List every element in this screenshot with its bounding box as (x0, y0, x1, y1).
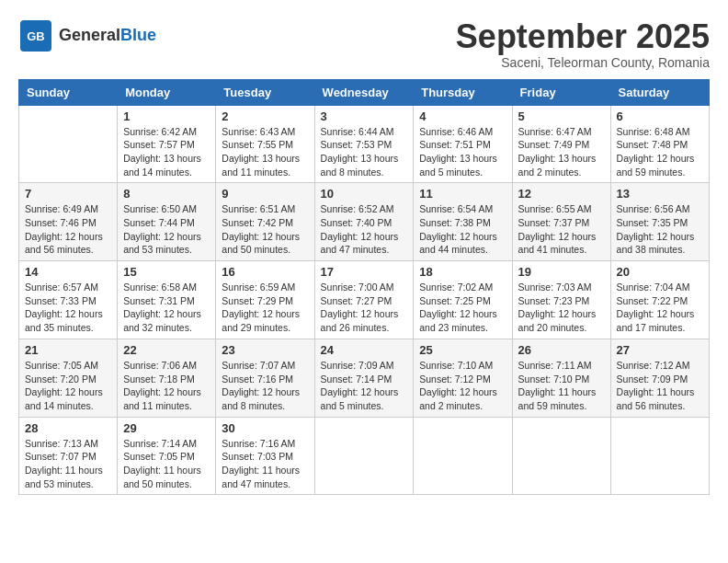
day-cell: 10Sunrise: 6:52 AMSunset: 7:40 PMDayligh… (314, 183, 414, 261)
day-cell: 6Sunrise: 6:48 AMSunset: 7:48 PMDaylight… (610, 105, 709, 183)
month-title: September 2025 (456, 18, 710, 55)
day-number: 3 (321, 109, 408, 123)
day-info: Sunrise: 6:52 AMSunset: 7:40 PMDaylight:… (321, 202, 408, 257)
day-info: Sunrise: 6:46 AMSunset: 7:51 PMDaylight:… (419, 125, 506, 179)
day-cell: 8Sunrise: 6:50 AMSunset: 7:44 PMDaylight… (118, 183, 216, 261)
day-info: Sunrise: 6:55 AMSunset: 7:37 PMDaylight:… (518, 202, 605, 257)
week-row-1: 1Sunrise: 6:42 AMSunset: 7:57 PMDaylight… (19, 105, 710, 183)
day-cell: 22Sunrise: 7:06 AMSunset: 7:18 PMDayligh… (118, 339, 216, 417)
col-monday: Monday (118, 79, 216, 105)
day-info: Sunrise: 6:59 AMSunset: 7:29 PMDaylight:… (222, 281, 308, 335)
col-saturday: Saturday (610, 79, 709, 105)
day-info: Sunrise: 7:12 AMSunset: 7:09 PMDaylight:… (617, 359, 703, 413)
day-cell: 2Sunrise: 6:43 AMSunset: 7:55 PMDaylight… (216, 105, 314, 183)
day-cell: 16Sunrise: 6:59 AMSunset: 7:29 PMDayligh… (216, 261, 314, 339)
day-number: 10 (321, 187, 408, 201)
day-cell: 12Sunrise: 6:55 AMSunset: 7:37 PMDayligh… (512, 183, 610, 261)
day-info: Sunrise: 6:49 AMSunset: 7:46 PMDaylight:… (25, 202, 111, 257)
day-info: Sunrise: 7:03 AMSunset: 7:23 PMDaylight:… (518, 281, 605, 335)
day-cell: 9Sunrise: 6:51 AMSunset: 7:42 PMDaylight… (216, 183, 314, 261)
day-number: 1 (123, 109, 210, 123)
day-info: Sunrise: 7:06 AMSunset: 7:18 PMDaylight:… (123, 359, 210, 413)
day-info: Sunrise: 7:13 AMSunset: 7:07 PMDaylight:… (25, 437, 111, 491)
day-cell: 13Sunrise: 6:56 AMSunset: 7:35 PMDayligh… (610, 183, 709, 261)
day-info: Sunrise: 6:54 AMSunset: 7:38 PMDaylight:… (419, 202, 506, 257)
day-info: Sunrise: 7:16 AMSunset: 7:03 PMDaylight:… (222, 437, 308, 491)
day-cell: 30Sunrise: 7:16 AMSunset: 7:03 PMDayligh… (216, 417, 314, 495)
logo: GB GeneralBlue (18, 18, 156, 53)
day-number: 2 (222, 109, 308, 123)
week-row-4: 21Sunrise: 7:05 AMSunset: 7:20 PMDayligh… (19, 339, 710, 417)
day-number: 13 (617, 187, 703, 201)
day-number: 28 (25, 421, 111, 435)
day-info: Sunrise: 6:47 AMSunset: 7:49 PMDaylight:… (518, 125, 605, 179)
day-info: Sunrise: 6:57 AMSunset: 7:33 PMDaylight:… (25, 281, 111, 335)
day-number: 21 (25, 343, 111, 357)
day-cell: 27Sunrise: 7:12 AMSunset: 7:09 PMDayligh… (610, 339, 709, 417)
day-number: 6 (617, 109, 703, 123)
week-row-3: 14Sunrise: 6:57 AMSunset: 7:33 PMDayligh… (19, 261, 710, 339)
day-number: 16 (222, 265, 308, 279)
day-cell: 18Sunrise: 7:02 AMSunset: 7:25 PMDayligh… (414, 261, 512, 339)
col-thursday: Thursday (414, 79, 512, 105)
day-number: 20 (617, 265, 703, 279)
day-cell: 7Sunrise: 6:49 AMSunset: 7:46 PMDaylight… (19, 183, 118, 261)
day-info: Sunrise: 7:09 AMSunset: 7:14 PMDaylight:… (321, 359, 408, 413)
day-info: Sunrise: 7:02 AMSunset: 7:25 PMDaylight:… (419, 281, 506, 335)
day-info: Sunrise: 6:43 AMSunset: 7:55 PMDaylight:… (222, 125, 308, 179)
day-number: 14 (25, 265, 111, 279)
day-number: 17 (321, 265, 408, 279)
day-number: 25 (419, 343, 506, 357)
day-number: 24 (321, 343, 408, 357)
day-info: Sunrise: 7:04 AMSunset: 7:22 PMDaylight:… (617, 281, 703, 335)
day-info: Sunrise: 6:48 AMSunset: 7:48 PMDaylight:… (617, 125, 703, 179)
day-number: 15 (123, 265, 210, 279)
day-cell: 26Sunrise: 7:11 AMSunset: 7:10 PMDayligh… (512, 339, 610, 417)
day-cell (512, 417, 610, 495)
day-number: 8 (123, 187, 210, 201)
day-cell: 15Sunrise: 6:58 AMSunset: 7:31 PMDayligh… (118, 261, 216, 339)
day-cell: 20Sunrise: 7:04 AMSunset: 7:22 PMDayligh… (610, 261, 709, 339)
day-cell (314, 417, 414, 495)
day-cell: 25Sunrise: 7:10 AMSunset: 7:12 PMDayligh… (414, 339, 512, 417)
col-sunday: Sunday (19, 79, 118, 105)
page-header: GB GeneralBlue September 2025 Saceni, Te… (18, 18, 710, 70)
week-row-2: 7Sunrise: 6:49 AMSunset: 7:46 PMDaylight… (19, 183, 710, 261)
day-cell: 14Sunrise: 6:57 AMSunset: 7:33 PMDayligh… (19, 261, 118, 339)
day-number: 29 (123, 421, 210, 435)
day-number: 27 (617, 343, 703, 357)
day-cell: 29Sunrise: 7:14 AMSunset: 7:05 PMDayligh… (118, 417, 216, 495)
day-info: Sunrise: 6:58 AMSunset: 7:31 PMDaylight:… (123, 281, 210, 335)
day-cell: 3Sunrise: 6:44 AMSunset: 7:53 PMDaylight… (314, 105, 414, 183)
header-row: Sunday Monday Tuesday Wednesday Thursday… (19, 79, 710, 105)
day-number: 22 (123, 343, 210, 357)
day-cell (610, 417, 709, 495)
col-wednesday: Wednesday (314, 79, 414, 105)
day-cell: 1Sunrise: 6:42 AMSunset: 7:57 PMDaylight… (118, 105, 216, 183)
day-info: Sunrise: 6:56 AMSunset: 7:35 PMDaylight:… (617, 202, 703, 257)
day-info: Sunrise: 6:51 AMSunset: 7:42 PMDaylight:… (222, 202, 308, 257)
day-number: 9 (222, 187, 308, 201)
day-number: 5 (518, 109, 605, 123)
day-info: Sunrise: 7:11 AMSunset: 7:10 PMDaylight:… (518, 359, 605, 413)
day-cell: 5Sunrise: 6:47 AMSunset: 7:49 PMDaylight… (512, 105, 610, 183)
day-number: 30 (222, 421, 308, 435)
day-cell: 19Sunrise: 7:03 AMSunset: 7:23 PMDayligh… (512, 261, 610, 339)
day-cell: 23Sunrise: 7:07 AMSunset: 7:16 PMDayligh… (216, 339, 314, 417)
day-cell: 21Sunrise: 7:05 AMSunset: 7:20 PMDayligh… (19, 339, 118, 417)
day-number: 19 (518, 265, 605, 279)
logo-general: General (59, 26, 120, 44)
day-number: 12 (518, 187, 605, 201)
day-number: 23 (222, 343, 308, 357)
day-cell: 28Sunrise: 7:13 AMSunset: 7:07 PMDayligh… (19, 417, 118, 495)
day-number: 7 (25, 187, 111, 201)
col-tuesday: Tuesday (216, 79, 314, 105)
day-number: 26 (518, 343, 605, 357)
day-cell: 17Sunrise: 7:00 AMSunset: 7:27 PMDayligh… (314, 261, 414, 339)
logo-icon: GB (18, 18, 53, 53)
day-number: 18 (419, 265, 506, 279)
day-info: Sunrise: 7:05 AMSunset: 7:20 PMDaylight:… (25, 359, 111, 413)
logo-blue: Blue (120, 26, 156, 44)
calendar: Sunday Monday Tuesday Wednesday Thursday… (18, 79, 710, 496)
day-info: Sunrise: 6:50 AMSunset: 7:44 PMDaylight:… (123, 202, 210, 257)
